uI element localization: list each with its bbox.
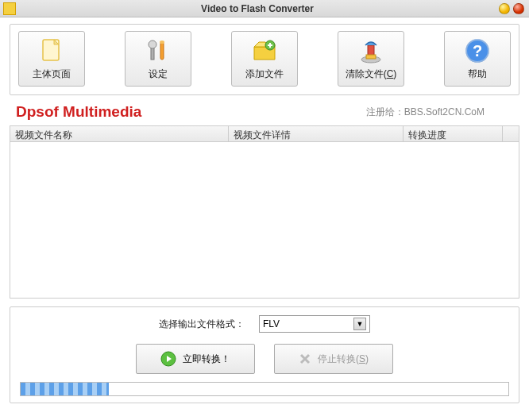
svg-rect-8 xyxy=(366,55,376,59)
add-file-label: 添加文件 xyxy=(245,67,284,81)
progress-bar xyxy=(20,382,509,396)
play-icon xyxy=(160,351,176,367)
start-convert-button[interactable]: 立即转换！ xyxy=(136,344,255,374)
minimize-button[interactable] xyxy=(499,3,510,14)
brand-row: Dpsof Multimedia 注册给：BBS.Soft2CN.CoM xyxy=(10,95,519,125)
action-row: 立即转换！ 停止转换(S) xyxy=(20,344,509,374)
format-label: 选择输出文件格式： xyxy=(159,318,245,331)
format-selected: FLV xyxy=(263,318,353,329)
clear-icon xyxy=(357,37,384,64)
stop-convert-button[interactable]: 停止转换(S) xyxy=(274,344,393,374)
format-select[interactable]: FLV ▼ xyxy=(259,315,370,333)
help-label: 帮助 xyxy=(468,67,487,81)
add-file-button[interactable]: 添加文件 xyxy=(231,31,298,87)
close-button[interactable] xyxy=(513,3,524,14)
clear-files-label: 清除文件(C) xyxy=(346,67,397,81)
clear-files-button[interactable]: 清除文件(C) xyxy=(338,31,404,87)
home-label: 主体页面 xyxy=(33,67,71,81)
svg-point-4 xyxy=(160,40,164,44)
app-icon xyxy=(3,2,16,15)
stop-icon xyxy=(299,353,311,365)
start-label: 立即转换！ xyxy=(183,353,230,366)
list-header: 视频文件名称 视频文件详情 转换进度 xyxy=(10,126,519,142)
settings-button[interactable]: 设定 xyxy=(125,31,191,87)
brand-text: Dpsof Multimedia xyxy=(16,103,141,121)
folder-add-icon xyxy=(251,37,278,64)
progress-fill xyxy=(21,383,109,395)
help-button[interactable]: ? 帮助 xyxy=(444,31,511,87)
col-detail[interactable]: 视频文件详情 xyxy=(229,126,404,141)
chevron-down-icon: ▼ xyxy=(353,318,366,330)
settings-label: 设定 xyxy=(149,67,168,81)
format-row: 选择输出文件格式： FLV ▼ xyxy=(20,315,509,333)
file-list[interactable]: 视频文件名称 视频文件详情 转换进度 xyxy=(10,125,519,299)
col-scroll-spacer xyxy=(503,126,519,141)
help-icon: ? xyxy=(464,37,491,64)
window-controls xyxy=(499,3,524,14)
page-icon xyxy=(38,37,65,64)
stop-label: 停止转换(S) xyxy=(318,353,369,366)
col-progress[interactable]: 转换进度 xyxy=(404,126,503,141)
tools-icon xyxy=(145,37,172,64)
bottom-panel: 选择输出文件格式： FLV ▼ 立即转换！ xyxy=(10,306,519,403)
col-name[interactable]: 视频文件名称 xyxy=(10,126,229,141)
window-title: Video to Flash Converter xyxy=(16,3,499,14)
titlebar: Video to Flash Converter xyxy=(0,0,529,17)
registered-to: 注册给：BBS.Soft2CN.CoM xyxy=(366,106,485,119)
svg-point-2 xyxy=(149,40,156,48)
svg-text:?: ? xyxy=(473,42,482,60)
home-button[interactable]: 主体页面 xyxy=(18,31,85,87)
svg-rect-3 xyxy=(160,42,164,60)
toolbar: 主体页面 设定 添加文件 xyxy=(10,24,519,95)
